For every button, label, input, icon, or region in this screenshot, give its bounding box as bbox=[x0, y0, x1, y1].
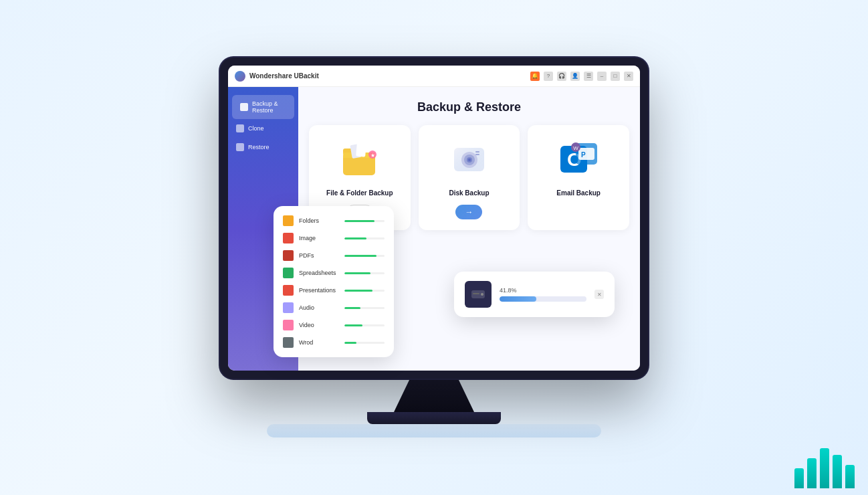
file-folder-icon: ★ bbox=[336, 136, 383, 183]
file-bar-container bbox=[344, 220, 385, 222]
file-bar-container bbox=[344, 324, 385, 326]
scene-wrapper: FoldersImagePDFsSpreadsheetsPresentation… bbox=[220, 58, 648, 437]
file-bar-container bbox=[344, 272, 385, 274]
file-bar-container bbox=[344, 342, 385, 344]
email-icon: O P W bbox=[555, 136, 602, 183]
sidebar-label-backup: Backup & Restore bbox=[252, 100, 286, 114]
file-bar-container bbox=[344, 255, 385, 257]
file-name-label: Spreadsheets bbox=[299, 270, 339, 276]
file-list-item: Wrod bbox=[283, 337, 385, 348]
progress-bar-fill bbox=[500, 296, 536, 302]
progress-close-btn[interactable]: ✕ bbox=[594, 290, 604, 299]
file-name-label: Audio bbox=[299, 304, 339, 311]
teal-bar bbox=[794, 468, 804, 488]
teal-bars-decoration bbox=[794, 448, 855, 488]
svg-point-15 bbox=[468, 159, 471, 161]
svg-text:★: ★ bbox=[370, 153, 375, 159]
file-type-icon bbox=[283, 320, 294, 330]
restore-icon bbox=[236, 143, 244, 151]
file-bar-fill bbox=[344, 342, 356, 344]
file-list-item: Image bbox=[283, 233, 385, 243]
svg-rect-17 bbox=[475, 154, 479, 155]
card-title-file-folder: File & Folder Backup bbox=[326, 189, 393, 197]
file-list-item: Audio bbox=[283, 302, 385, 313]
file-type-icon bbox=[283, 250, 294, 261]
file-name-label: Presentations bbox=[299, 287, 339, 294]
file-name-label: PDFs bbox=[299, 252, 339, 259]
svg-rect-7 bbox=[356, 142, 366, 157]
file-name-label: Folders bbox=[299, 217, 339, 224]
file-bar-fill bbox=[344, 255, 376, 257]
clone-icon bbox=[236, 124, 244, 132]
sidebar-label-restore: Restore bbox=[248, 144, 269, 151]
file-list-item: Presentations bbox=[283, 285, 385, 296]
file-bar-fill bbox=[344, 290, 372, 292]
file-type-icon bbox=[283, 268, 294, 278]
titlebar-controls: 🔔 ? 🎧 👤 ☰ – □ ✕ bbox=[530, 72, 633, 81]
file-list-item: Folders bbox=[283, 215, 385, 226]
file-list-item: Video bbox=[283, 320, 385, 330]
hdd-icon bbox=[465, 281, 492, 308]
svg-text:W: W bbox=[573, 145, 578, 151]
card-title-disk: Disk Backup bbox=[449, 189, 489, 197]
svg-rect-16 bbox=[475, 151, 479, 153]
minimize-button[interactable]: – bbox=[597, 72, 607, 81]
file-bar-container bbox=[344, 290, 385, 292]
file-name-label: Image bbox=[299, 235, 339, 241]
file-type-icon bbox=[283, 302, 294, 313]
svg-rect-2 bbox=[473, 293, 479, 294]
notification-icon[interactable]: 🔔 bbox=[530, 72, 540, 81]
file-bar-container bbox=[344, 307, 385, 309]
app-title: Wondershare UBackit bbox=[249, 72, 530, 80]
maximize-button[interactable]: □ bbox=[611, 72, 620, 81]
floating-file-list-panel: FoldersImagePDFsSpreadsheetsPresentation… bbox=[274, 206, 394, 357]
monitor-stand bbox=[394, 379, 474, 412]
close-button[interactable]: ✕ bbox=[624, 72, 633, 81]
file-name-label: Wrod bbox=[299, 339, 339, 346]
titlebar: Wondershare UBackit 🔔 ? 🎧 👤 ☰ – □ ✕ bbox=[228, 66, 640, 87]
file-bar-container bbox=[344, 237, 385, 239]
file-bar-fill bbox=[344, 324, 362, 326]
file-type-icon bbox=[283, 285, 294, 296]
file-type-icon bbox=[283, 337, 294, 348]
svg-point-1 bbox=[481, 293, 483, 296]
progress-bar-container bbox=[500, 296, 586, 302]
help-icon[interactable]: ? bbox=[544, 72, 553, 81]
card-disk: Disk Backup → bbox=[419, 125, 520, 230]
file-list-item: Spreadsheets bbox=[283, 268, 385, 278]
card-email: O P W bbox=[528, 125, 629, 230]
floating-progress-panel: 41.8% ✕ bbox=[454, 272, 615, 317]
file-bar-fill bbox=[344, 220, 374, 222]
user-icon[interactable]: 👤 bbox=[570, 72, 580, 81]
teal-bar bbox=[820, 448, 829, 488]
progress-info: 41.8% bbox=[500, 287, 586, 302]
disk-btn[interactable]: → bbox=[455, 205, 482, 219]
file-list-item: PDFs bbox=[283, 250, 385, 261]
card-title-email: Email Backup bbox=[556, 189, 601, 197]
sidebar-item-clone[interactable]: Clone bbox=[228, 119, 298, 138]
sidebar-item-restore[interactable]: Restore bbox=[228, 138, 298, 157]
sidebar-label-clone: Clone bbox=[248, 125, 264, 132]
progress-percentage: 41.8% bbox=[500, 287, 586, 294]
file-bar-fill bbox=[344, 272, 370, 274]
file-name-label: Video bbox=[299, 322, 339, 328]
monitor-base bbox=[367, 412, 501, 424]
sidebar-item-backup-restore[interactable]: Backup & Restore bbox=[232, 95, 294, 119]
file-bar-fill bbox=[344, 307, 360, 309]
monitor-shelf bbox=[267, 424, 601, 437]
headset-icon[interactable]: 🎧 bbox=[557, 72, 566, 81]
app-logo bbox=[235, 71, 245, 82]
file-bar-fill bbox=[344, 237, 366, 239]
backup-icon bbox=[240, 103, 248, 111]
teal-bar bbox=[833, 455, 842, 488]
svg-text:P: P bbox=[581, 151, 586, 159]
file-type-icon bbox=[283, 215, 294, 226]
file-type-icon bbox=[283, 233, 294, 243]
teal-bar bbox=[807, 458, 817, 488]
disk-icon bbox=[445, 136, 492, 183]
teal-bar bbox=[845, 465, 855, 488]
page-title: Backup & Restore bbox=[309, 100, 629, 114]
menu-icon[interactable]: ☰ bbox=[584, 72, 593, 81]
